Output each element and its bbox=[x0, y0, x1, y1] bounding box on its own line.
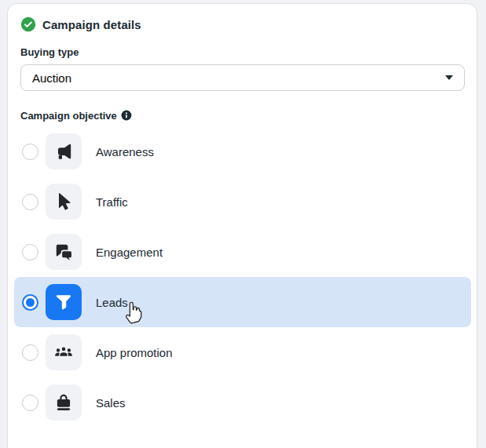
check-circle-icon bbox=[20, 16, 36, 32]
caret-down-icon bbox=[445, 75, 453, 80]
card-header: Campaign details bbox=[20, 16, 464, 32]
buying-type-value: Auction bbox=[32, 71, 71, 85]
megaphone-icon bbox=[46, 133, 82, 169]
funnel-icon bbox=[46, 284, 82, 320]
radio-engagement[interactable] bbox=[22, 244, 38, 260]
radio-app-promotion[interactable] bbox=[22, 344, 38, 361]
objective-option-traffic[interactable]: Traffic bbox=[14, 177, 471, 227]
radio-traffic[interactable] bbox=[22, 194, 38, 210]
radio-sales[interactable] bbox=[22, 395, 38, 411]
chat-bubbles-icon bbox=[46, 234, 82, 270]
option-label: App promotion bbox=[96, 346, 173, 359]
objective-option-leads[interactable]: Leads bbox=[14, 277, 471, 327]
info-icon[interactable] bbox=[121, 110, 132, 121]
campaign-details-card: Campaign details Buying type Auction Cam… bbox=[8, 4, 477, 448]
objective-option-sales[interactable]: Sales bbox=[14, 377, 471, 428]
option-label: Sales bbox=[96, 396, 126, 410]
shopping-bag-icon bbox=[46, 384, 82, 421]
campaign-objective-label: Campaign objective bbox=[20, 109, 464, 122]
objective-option-engagement[interactable]: Engagement bbox=[14, 227, 471, 277]
cursor-arrow-icon bbox=[46, 184, 82, 220]
radio-leads[interactable] bbox=[22, 294, 38, 311]
objective-option-app-promotion[interactable]: App promotion bbox=[14, 327, 471, 377]
option-label: Engagement bbox=[96, 246, 163, 259]
option-label: Awareness bbox=[96, 145, 154, 158]
option-label: Leads bbox=[96, 296, 128, 309]
option-label: Traffic bbox=[96, 195, 128, 209]
buying-type-select[interactable]: Auction bbox=[20, 64, 465, 91]
buying-type-label: Buying type bbox=[20, 46, 464, 58]
card-title: Campaign details bbox=[42, 18, 141, 31]
objective-options-list: Awareness Traffic Engagement bbox=[14, 126, 471, 428]
people-group-icon bbox=[46, 334, 82, 370]
objective-option-awareness[interactable]: Awareness bbox=[14, 126, 471, 177]
radio-awareness[interactable] bbox=[22, 144, 38, 160]
